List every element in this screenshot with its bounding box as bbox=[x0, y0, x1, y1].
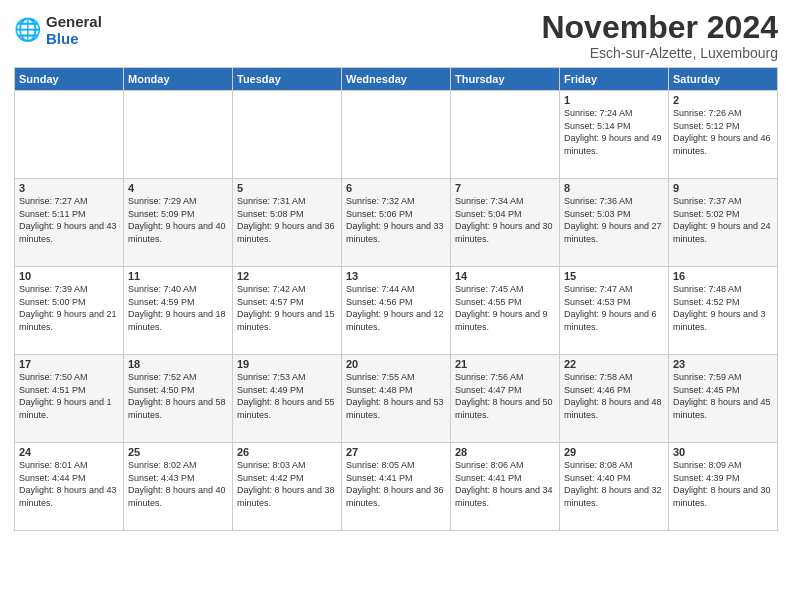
calendar-cell: 15Sunrise: 7:47 AM Sunset: 4:53 PM Dayli… bbox=[560, 267, 669, 355]
calendar-week-1: 3Sunrise: 7:27 AM Sunset: 5:11 PM Daylig… bbox=[15, 179, 778, 267]
calendar-week-4: 24Sunrise: 8:01 AM Sunset: 4:44 PM Dayli… bbox=[15, 443, 778, 531]
day-number: 18 bbox=[128, 358, 228, 370]
day-info: Sunrise: 7:52 AM Sunset: 4:50 PM Dayligh… bbox=[128, 371, 228, 421]
day-number: 29 bbox=[564, 446, 664, 458]
day-info: Sunrise: 7:29 AM Sunset: 5:09 PM Dayligh… bbox=[128, 195, 228, 245]
day-number: 5 bbox=[237, 182, 337, 194]
calendar-cell: 6Sunrise: 7:32 AM Sunset: 5:06 PM Daylig… bbox=[342, 179, 451, 267]
calendar-cell: 19Sunrise: 7:53 AM Sunset: 4:49 PM Dayli… bbox=[233, 355, 342, 443]
calendar-cell: 28Sunrise: 8:06 AM Sunset: 4:41 PM Dayli… bbox=[451, 443, 560, 531]
day-number: 3 bbox=[19, 182, 119, 194]
calendar-table: Sunday Monday Tuesday Wednesday Thursday… bbox=[14, 67, 778, 531]
day-number: 4 bbox=[128, 182, 228, 194]
day-number: 14 bbox=[455, 270, 555, 282]
calendar-cell bbox=[233, 91, 342, 179]
day-info: Sunrise: 8:02 AM Sunset: 4:43 PM Dayligh… bbox=[128, 459, 228, 509]
day-number: 17 bbox=[19, 358, 119, 370]
calendar-cell: 30Sunrise: 8:09 AM Sunset: 4:39 PM Dayli… bbox=[669, 443, 778, 531]
month-title: November 2024 bbox=[541, 10, 778, 45]
calendar-cell: 29Sunrise: 8:08 AM Sunset: 4:40 PM Dayli… bbox=[560, 443, 669, 531]
calendar-page: 🌐 General Blue November 2024 Esch-sur-Al… bbox=[0, 0, 792, 612]
calendar-cell: 13Sunrise: 7:44 AM Sunset: 4:56 PM Dayli… bbox=[342, 267, 451, 355]
col-thursday: Thursday bbox=[451, 68, 560, 91]
calendar-cell: 11Sunrise: 7:40 AM Sunset: 4:59 PM Dayli… bbox=[124, 267, 233, 355]
day-info: Sunrise: 7:53 AM Sunset: 4:49 PM Dayligh… bbox=[237, 371, 337, 421]
calendar-week-0: 1Sunrise: 7:24 AM Sunset: 5:14 PM Daylig… bbox=[15, 91, 778, 179]
day-info: Sunrise: 8:06 AM Sunset: 4:41 PM Dayligh… bbox=[455, 459, 555, 509]
day-number: 11 bbox=[128, 270, 228, 282]
day-info: Sunrise: 8:08 AM Sunset: 4:40 PM Dayligh… bbox=[564, 459, 664, 509]
calendar-week-2: 10Sunrise: 7:39 AM Sunset: 5:00 PM Dayli… bbox=[15, 267, 778, 355]
day-info: Sunrise: 7:44 AM Sunset: 4:56 PM Dayligh… bbox=[346, 283, 446, 333]
day-info: Sunrise: 7:47 AM Sunset: 4:53 PM Dayligh… bbox=[564, 283, 664, 333]
logo: 🌐 General Blue bbox=[14, 14, 102, 47]
calendar-cell: 21Sunrise: 7:56 AM Sunset: 4:47 PM Dayli… bbox=[451, 355, 560, 443]
calendar-cell: 1Sunrise: 7:24 AM Sunset: 5:14 PM Daylig… bbox=[560, 91, 669, 179]
calendar-cell bbox=[124, 91, 233, 179]
day-number: 16 bbox=[673, 270, 773, 282]
calendar-week-3: 17Sunrise: 7:50 AM Sunset: 4:51 PM Dayli… bbox=[15, 355, 778, 443]
day-info: Sunrise: 7:26 AM Sunset: 5:12 PM Dayligh… bbox=[673, 107, 773, 157]
calendar-cell: 7Sunrise: 7:34 AM Sunset: 5:04 PM Daylig… bbox=[451, 179, 560, 267]
location: Esch-sur-Alzette, Luxembourg bbox=[541, 45, 778, 61]
day-number: 28 bbox=[455, 446, 555, 458]
svg-text:🌐: 🌐 bbox=[14, 17, 42, 43]
calendar-cell: 14Sunrise: 7:45 AM Sunset: 4:55 PM Dayli… bbox=[451, 267, 560, 355]
title-block: November 2024 Esch-sur-Alzette, Luxembou… bbox=[541, 10, 778, 61]
col-wednesday: Wednesday bbox=[342, 68, 451, 91]
day-number: 25 bbox=[128, 446, 228, 458]
calendar-cell: 25Sunrise: 8:02 AM Sunset: 4:43 PM Dayli… bbox=[124, 443, 233, 531]
col-monday: Monday bbox=[124, 68, 233, 91]
day-number: 30 bbox=[673, 446, 773, 458]
calendar-cell: 24Sunrise: 8:01 AM Sunset: 4:44 PM Dayli… bbox=[15, 443, 124, 531]
calendar-cell: 22Sunrise: 7:58 AM Sunset: 4:46 PM Dayli… bbox=[560, 355, 669, 443]
calendar-cell: 9Sunrise: 7:37 AM Sunset: 5:02 PM Daylig… bbox=[669, 179, 778, 267]
day-info: Sunrise: 7:42 AM Sunset: 4:57 PM Dayligh… bbox=[237, 283, 337, 333]
calendar-cell: 18Sunrise: 7:52 AM Sunset: 4:50 PM Dayli… bbox=[124, 355, 233, 443]
day-number: 15 bbox=[564, 270, 664, 282]
day-number: 21 bbox=[455, 358, 555, 370]
logo-blue: Blue bbox=[46, 31, 102, 48]
calendar-cell: 8Sunrise: 7:36 AM Sunset: 5:03 PM Daylig… bbox=[560, 179, 669, 267]
day-number: 22 bbox=[564, 358, 664, 370]
col-tuesday: Tuesday bbox=[233, 68, 342, 91]
col-sunday: Sunday bbox=[15, 68, 124, 91]
day-info: Sunrise: 8:05 AM Sunset: 4:41 PM Dayligh… bbox=[346, 459, 446, 509]
day-number: 2 bbox=[673, 94, 773, 106]
day-info: Sunrise: 8:09 AM Sunset: 4:39 PM Dayligh… bbox=[673, 459, 773, 509]
day-info: Sunrise: 7:39 AM Sunset: 5:00 PM Dayligh… bbox=[19, 283, 119, 333]
logo-icon: 🌐 bbox=[14, 17, 42, 45]
day-number: 7 bbox=[455, 182, 555, 194]
header: 🌐 General Blue November 2024 Esch-sur-Al… bbox=[14, 10, 778, 61]
calendar-cell: 5Sunrise: 7:31 AM Sunset: 5:08 PM Daylig… bbox=[233, 179, 342, 267]
day-number: 8 bbox=[564, 182, 664, 194]
calendar-cell: 10Sunrise: 7:39 AM Sunset: 5:00 PM Dayli… bbox=[15, 267, 124, 355]
calendar-cell: 2Sunrise: 7:26 AM Sunset: 5:12 PM Daylig… bbox=[669, 91, 778, 179]
calendar-cell bbox=[342, 91, 451, 179]
calendar-cell: 23Sunrise: 7:59 AM Sunset: 4:45 PM Dayli… bbox=[669, 355, 778, 443]
calendar-cell: 27Sunrise: 8:05 AM Sunset: 4:41 PM Dayli… bbox=[342, 443, 451, 531]
day-number: 6 bbox=[346, 182, 446, 194]
day-number: 26 bbox=[237, 446, 337, 458]
day-info: Sunrise: 7:50 AM Sunset: 4:51 PM Dayligh… bbox=[19, 371, 119, 421]
calendar-cell: 12Sunrise: 7:42 AM Sunset: 4:57 PM Dayli… bbox=[233, 267, 342, 355]
calendar-cell: 4Sunrise: 7:29 AM Sunset: 5:09 PM Daylig… bbox=[124, 179, 233, 267]
day-number: 24 bbox=[19, 446, 119, 458]
calendar-cell bbox=[15, 91, 124, 179]
calendar-cell: 16Sunrise: 7:48 AM Sunset: 4:52 PM Dayli… bbox=[669, 267, 778, 355]
day-info: Sunrise: 7:45 AM Sunset: 4:55 PM Dayligh… bbox=[455, 283, 555, 333]
day-number: 27 bbox=[346, 446, 446, 458]
calendar-cell: 17Sunrise: 7:50 AM Sunset: 4:51 PM Dayli… bbox=[15, 355, 124, 443]
calendar-cell: 20Sunrise: 7:55 AM Sunset: 4:48 PM Dayli… bbox=[342, 355, 451, 443]
header-row: Sunday Monday Tuesday Wednesday Thursday… bbox=[15, 68, 778, 91]
day-number: 23 bbox=[673, 358, 773, 370]
day-number: 20 bbox=[346, 358, 446, 370]
day-info: Sunrise: 7:31 AM Sunset: 5:08 PM Dayligh… bbox=[237, 195, 337, 245]
day-info: Sunrise: 7:36 AM Sunset: 5:03 PM Dayligh… bbox=[564, 195, 664, 245]
logo-general: General bbox=[46, 14, 102, 31]
day-info: Sunrise: 7:59 AM Sunset: 4:45 PM Dayligh… bbox=[673, 371, 773, 421]
day-number: 19 bbox=[237, 358, 337, 370]
day-info: Sunrise: 8:01 AM Sunset: 4:44 PM Dayligh… bbox=[19, 459, 119, 509]
calendar-cell: 26Sunrise: 8:03 AM Sunset: 4:42 PM Dayli… bbox=[233, 443, 342, 531]
day-number: 1 bbox=[564, 94, 664, 106]
